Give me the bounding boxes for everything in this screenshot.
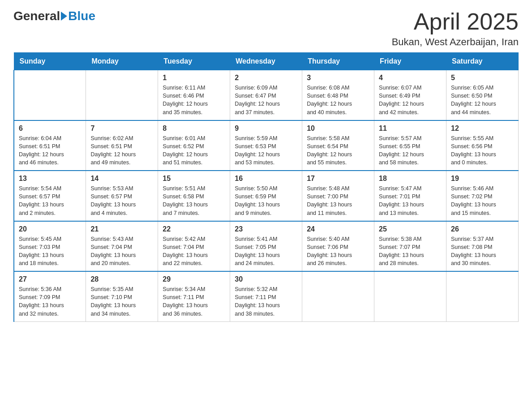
calendar-cell: 30Sunrise: 5:32 AM Sunset: 7:11 PM Dayli… — [230, 271, 302, 321]
logo-blue-text: Blue — [68, 9, 95, 23]
calendar-cell: 19Sunrise: 5:46 AM Sunset: 7:02 PM Dayli… — [446, 171, 519, 221]
day-info: Sunrise: 6:11 AM Sunset: 6:46 PM Dayligh… — [163, 84, 225, 116]
calendar-cell: 4Sunrise: 6:07 AM Sunset: 6:49 PM Daylig… — [374, 70, 446, 120]
day-info: Sunrise: 5:35 AM Sunset: 7:10 PM Dayligh… — [90, 285, 153, 318]
calendar-cell: 24Sunrise: 5:40 AM Sunset: 7:06 PM Dayli… — [302, 221, 374, 272]
weekday-header: Sunday — [14, 53, 86, 70]
day-info: Sunrise: 6:05 AM Sunset: 6:50 PM Dayligh… — [451, 84, 514, 116]
day-number: 25 — [379, 225, 442, 233]
day-number: 17 — [307, 175, 369, 183]
day-number: 20 — [19, 225, 81, 233]
day-number: 15 — [163, 175, 225, 183]
day-info: Sunrise: 5:34 AM Sunset: 7:11 PM Dayligh… — [163, 285, 225, 318]
day-number: 8 — [163, 124, 225, 133]
day-number: 12 — [451, 124, 514, 133]
calendar-cell: 7Sunrise: 6:02 AM Sunset: 6:51 PM Daylig… — [86, 120, 158, 171]
day-info: Sunrise: 5:45 AM Sunset: 7:03 PM Dayligh… — [19, 235, 81, 268]
weekday-header: Thursday — [302, 53, 374, 70]
day-number: 30 — [235, 275, 297, 283]
day-info: Sunrise: 5:37 AM Sunset: 7:08 PM Dayligh… — [451, 235, 514, 268]
day-number: 2 — [235, 74, 297, 82]
calendar-cell: 18Sunrise: 5:47 AM Sunset: 7:01 PM Dayli… — [374, 171, 446, 221]
day-number: 26 — [451, 225, 514, 233]
day-info: Sunrise: 5:53 AM Sunset: 6:57 PM Dayligh… — [90, 184, 153, 217]
calendar-week-row: 20Sunrise: 5:45 AM Sunset: 7:03 PM Dayli… — [14, 221, 519, 272]
day-info: Sunrise: 5:46 AM Sunset: 7:02 PM Dayligh… — [451, 184, 514, 217]
calendar-cell — [374, 271, 446, 321]
day-number: 6 — [19, 124, 81, 133]
day-info: Sunrise: 5:41 AM Sunset: 7:05 PM Dayligh… — [235, 235, 297, 268]
day-info: Sunrise: 5:48 AM Sunset: 7:00 PM Dayligh… — [307, 184, 369, 217]
day-info: Sunrise: 5:58 AM Sunset: 6:54 PM Dayligh… — [307, 134, 369, 167]
day-number: 18 — [379, 175, 442, 183]
day-number: 3 — [307, 74, 369, 82]
day-number: 19 — [451, 175, 514, 183]
day-info: Sunrise: 5:57 AM Sunset: 6:55 PM Dayligh… — [379, 134, 442, 167]
calendar-cell: 22Sunrise: 5:42 AM Sunset: 7:04 PM Dayli… — [158, 221, 230, 272]
weekday-header: Saturday — [446, 53, 519, 70]
calendar-cell: 29Sunrise: 5:34 AM Sunset: 7:11 PM Dayli… — [158, 271, 230, 321]
calendar-cell: 9Sunrise: 5:59 AM Sunset: 6:53 PM Daylig… — [230, 120, 302, 171]
day-number: 9 — [235, 124, 297, 133]
day-info: Sunrise: 6:02 AM Sunset: 6:51 PM Dayligh… — [90, 134, 153, 167]
calendar-cell: 25Sunrise: 5:38 AM Sunset: 7:07 PM Dayli… — [374, 221, 446, 272]
calendar-week-row: 27Sunrise: 5:36 AM Sunset: 7:09 PM Dayli… — [14, 271, 519, 321]
calendar-cell: 14Sunrise: 5:53 AM Sunset: 6:57 PM Dayli… — [86, 171, 158, 221]
calendar-week-row: 1Sunrise: 6:11 AM Sunset: 6:46 PM Daylig… — [14, 70, 519, 120]
day-info: Sunrise: 5:47 AM Sunset: 7:01 PM Dayligh… — [379, 184, 442, 217]
day-info: Sunrise: 5:43 AM Sunset: 7:04 PM Dayligh… — [90, 235, 153, 268]
calendar-cell: 10Sunrise: 5:58 AM Sunset: 6:54 PM Dayli… — [302, 120, 374, 171]
calendar-cell — [86, 70, 158, 120]
weekday-header: Wednesday — [230, 53, 302, 70]
calendar-cell: 8Sunrise: 6:01 AM Sunset: 6:52 PM Daylig… — [158, 120, 230, 171]
calendar-cell: 3Sunrise: 6:08 AM Sunset: 6:48 PM Daylig… — [302, 70, 374, 120]
calendar-cell: 1Sunrise: 6:11 AM Sunset: 6:46 PM Daylig… — [158, 70, 230, 120]
day-number: 4 — [379, 74, 442, 82]
page-header: General Blue April 2025 Bukan, West Azer… — [13, 9, 519, 48]
day-info: Sunrise: 5:59 AM Sunset: 6:53 PM Dayligh… — [235, 134, 297, 167]
weekday-header: Monday — [86, 53, 158, 70]
day-number: 22 — [163, 225, 225, 233]
day-number: 10 — [307, 124, 369, 133]
day-info: Sunrise: 6:04 AM Sunset: 6:51 PM Dayligh… — [19, 134, 81, 167]
day-number: 28 — [90, 275, 153, 283]
day-number: 11 — [379, 124, 442, 133]
calendar-cell — [302, 271, 374, 321]
day-info: Sunrise: 6:08 AM Sunset: 6:48 PM Dayligh… — [307, 84, 369, 116]
day-info: Sunrise: 5:42 AM Sunset: 7:04 PM Dayligh… — [163, 235, 225, 268]
calendar-cell — [446, 271, 519, 321]
day-info: Sunrise: 5:36 AM Sunset: 7:09 PM Dayligh… — [19, 285, 81, 318]
day-number: 5 — [451, 74, 514, 82]
calendar-cell: 15Sunrise: 5:51 AM Sunset: 6:58 PM Dayli… — [158, 171, 230, 221]
day-number: 14 — [90, 175, 153, 183]
month-year-title: April 2025 — [392, 9, 519, 34]
calendar-cell — [14, 70, 86, 120]
calendar-table: SundayMondayTuesdayWednesdayThursdayFrid… — [13, 52, 519, 322]
day-number: 7 — [90, 124, 153, 133]
calendar-week-row: 6Sunrise: 6:04 AM Sunset: 6:51 PM Daylig… — [14, 120, 519, 171]
calendar-cell: 20Sunrise: 5:45 AM Sunset: 7:03 PM Dayli… — [14, 221, 86, 272]
day-number: 29 — [163, 275, 225, 283]
day-info: Sunrise: 5:38 AM Sunset: 7:07 PM Dayligh… — [379, 235, 442, 268]
day-info: Sunrise: 6:01 AM Sunset: 6:52 PM Dayligh… — [163, 134, 225, 167]
day-info: Sunrise: 5:40 AM Sunset: 7:06 PM Dayligh… — [307, 235, 369, 268]
calendar-header-row: SundayMondayTuesdayWednesdayThursdayFrid… — [14, 53, 519, 70]
logo-general-text: General — [13, 9, 60, 23]
calendar-week-row: 13Sunrise: 5:54 AM Sunset: 6:57 PM Dayli… — [14, 171, 519, 221]
day-number: 23 — [235, 225, 297, 233]
calendar-cell: 6Sunrise: 6:04 AM Sunset: 6:51 PM Daylig… — [14, 120, 86, 171]
calendar-cell: 5Sunrise: 6:05 AM Sunset: 6:50 PM Daylig… — [446, 70, 519, 120]
calendar-cell: 23Sunrise: 5:41 AM Sunset: 7:05 PM Dayli… — [230, 221, 302, 272]
calendar-cell: 28Sunrise: 5:35 AM Sunset: 7:10 PM Dayli… — [86, 271, 158, 321]
weekday-header: Friday — [374, 53, 446, 70]
weekday-header: Tuesday — [158, 53, 230, 70]
calendar-cell: 21Sunrise: 5:43 AM Sunset: 7:04 PM Dayli… — [86, 221, 158, 272]
calendar-cell: 17Sunrise: 5:48 AM Sunset: 7:00 PM Dayli… — [302, 171, 374, 221]
logo: General Blue — [13, 9, 95, 23]
calendar-cell: 13Sunrise: 5:54 AM Sunset: 6:57 PM Dayli… — [14, 171, 86, 221]
day-number: 13 — [19, 175, 81, 183]
day-info: Sunrise: 5:51 AM Sunset: 6:58 PM Dayligh… — [163, 184, 225, 217]
day-info: Sunrise: 5:54 AM Sunset: 6:57 PM Dayligh… — [19, 184, 81, 217]
calendar-cell: 2Sunrise: 6:09 AM Sunset: 6:47 PM Daylig… — [230, 70, 302, 120]
day-info: Sunrise: 5:55 AM Sunset: 6:56 PM Dayligh… — [451, 134, 514, 167]
